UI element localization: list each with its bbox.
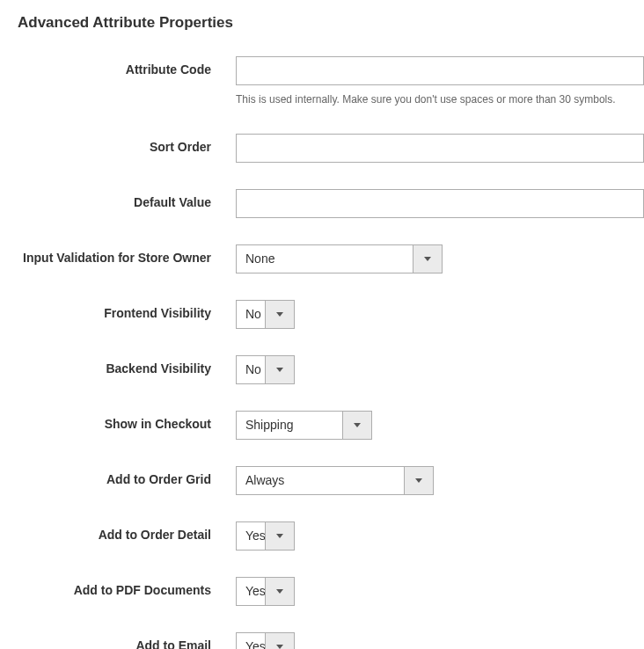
select-value: Shipping <box>237 412 342 439</box>
chevron-down-icon <box>265 356 294 383</box>
chevron-down-icon <box>265 301 294 328</box>
label-sort-order: Sort Order <box>18 134 236 154</box>
sort-order-input[interactable] <box>236 134 644 163</box>
label-backend-visibility: Backend Visibility <box>18 355 236 376</box>
label-input-validation: Input Validation for Store Owner <box>18 244 236 265</box>
backend-visibility-select[interactable]: No <box>236 355 295 384</box>
field-input-validation: Input Validation for Store Owner None <box>18 244 644 273</box>
chevron-down-icon <box>265 522 294 550</box>
chevron-down-icon <box>265 633 294 649</box>
chevron-down-icon <box>342 412 371 439</box>
label-show-in-checkout: Show in Checkout <box>18 411 236 431</box>
field-frontend-visibility: Frontend Visibility No <box>18 300 644 329</box>
label-default-value: Default Value <box>18 189 236 209</box>
select-value: Yes <box>237 522 265 550</box>
field-add-to-order-detail: Add to Order Detail Yes <box>18 521 644 551</box>
label-add-to-email: Add to Email <box>18 632 236 649</box>
select-value: No <box>237 301 265 328</box>
attribute-code-hint: This is used internally. Make sure you d… <box>236 92 644 107</box>
default-value-input[interactable] <box>236 189 644 218</box>
field-add-to-email: Add to Email Yes <box>18 632 644 649</box>
field-attribute-code: Attribute Code This is used internally. … <box>18 56 644 107</box>
show-in-checkout-select[interactable]: Shipping <box>236 411 372 440</box>
section-title: Advanced Attribute Properties <box>18 14 644 32</box>
label-add-to-pdf: Add to PDF Documents <box>18 577 236 597</box>
attribute-code-input[interactable] <box>236 56 644 85</box>
label-attribute-code: Attribute Code <box>18 56 236 77</box>
label-add-to-order-grid: Add to Order Grid <box>18 466 236 486</box>
field-default-value: Default Value <box>18 189 644 218</box>
select-value: Yes <box>237 633 265 649</box>
select-value: None <box>237 245 413 273</box>
field-backend-visibility: Backend Visibility No <box>18 355 644 384</box>
input-validation-select[interactable]: None <box>236 244 443 273</box>
label-frontend-visibility: Frontend Visibility <box>18 300 236 320</box>
chevron-down-icon <box>265 578 294 605</box>
field-show-in-checkout: Show in Checkout Shipping <box>18 411 644 440</box>
field-add-to-pdf: Add to PDF Documents Yes <box>18 577 644 606</box>
select-value: Always <box>237 467 404 494</box>
frontend-visibility-select[interactable]: No <box>236 300 295 329</box>
label-add-to-order-detail: Add to Order Detail <box>18 521 236 542</box>
add-to-order-detail-select[interactable]: Yes <box>236 521 295 551</box>
field-sort-order: Sort Order <box>18 134 644 163</box>
add-to-order-grid-select[interactable]: Always <box>236 466 434 495</box>
select-value: No <box>237 356 265 383</box>
add-to-pdf-select[interactable]: Yes <box>236 577 295 606</box>
add-to-email-select[interactable]: Yes <box>236 632 295 649</box>
field-add-to-order-grid: Add to Order Grid Always <box>18 466 644 495</box>
chevron-down-icon <box>404 467 433 494</box>
chevron-down-icon <box>413 245 442 273</box>
select-value: Yes <box>237 578 265 605</box>
